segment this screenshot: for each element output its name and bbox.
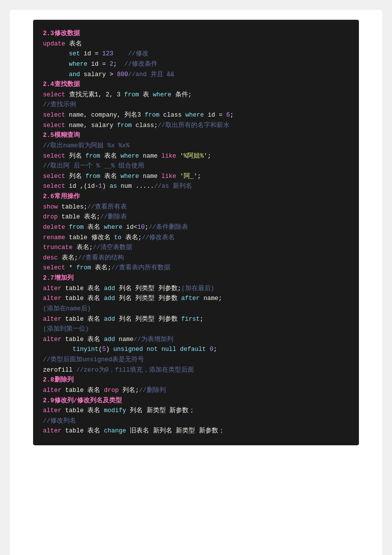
line-35: 2.8删除列 xyxy=(43,375,349,385)
line-39: //修改列名 xyxy=(43,416,349,427)
line-36: alter table 表名 drop 列名;//删除列 xyxy=(43,385,349,396)
line-11: 2.5模糊查询 xyxy=(43,130,349,141)
line-20: delete from 表名 where id<10;//条件删除表 xyxy=(43,222,349,233)
line-33: //类型后面加unsigned表是无符号 xyxy=(43,355,349,365)
line-15: select 列名 from 表名 where name like '阿_'; xyxy=(43,171,349,182)
line-13: select 列名 from 表名 where name like '%阿姐%'… xyxy=(43,151,349,162)
line-18: show tables;//查看所有表 xyxy=(43,202,349,213)
line-16: select id ,(id-1) as num .....//as 新列名 xyxy=(43,181,349,192)
line-3: set id = 123 //修改 xyxy=(43,49,349,59)
line-5: and salary > 800//and 并且 && xyxy=(43,70,349,80)
line-24: select * from 表名;//查看表内所有数据 xyxy=(43,263,349,273)
line-22: truncate 表名;//清空表数据 xyxy=(43,243,349,253)
line-31: alter table 表名 add name//为表增加列 xyxy=(43,335,349,345)
line-19: drop table 表名;//删除表 xyxy=(43,212,349,222)
line-28: (添加在name后) xyxy=(43,304,349,314)
code-block: 2.3修改数据 update 表名 set id = 123 //修改 wher… xyxy=(33,20,359,445)
line-37: 2.9修改列/修改列名及类型 xyxy=(43,396,349,406)
line-12: //取出name前为阿姐 %x %x% xyxy=(43,141,349,151)
line-29: alter table 表名 add 列名 列类型 列参数 first; xyxy=(43,314,349,325)
line-8: //查找示例 xyxy=(43,100,349,110)
line-2: update 表名 xyxy=(43,39,349,49)
line-23: desc 表名;//查看表的结构 xyxy=(43,253,349,263)
line-40: alter table 表名 change 旧表名 新列名 新类型 新参数； xyxy=(43,426,349,436)
line-1: 2.3修改数据 xyxy=(43,29,349,39)
line-6: 2.4查找数据 xyxy=(43,80,349,90)
line-25: 2.7增加列 xyxy=(43,273,349,284)
line-38: alter table 表名 modify 列名 新类型 新参数； xyxy=(43,406,349,416)
line-17: 2.6常用操作 xyxy=(43,192,349,202)
line-14: //取出阿 后一个 % __% 组合使用 xyxy=(43,161,349,171)
line-26: alter table 表名 add 列名 列类型 列参数;(加在最后) xyxy=(43,284,349,294)
line-4: where id = 2; //修改条件 xyxy=(43,59,349,70)
line-21: rename table 修改名 to 表名;//修改表名 xyxy=(43,233,349,243)
line-32: tinyint(5) unsigned not null default 0; xyxy=(43,344,349,355)
line-30: (添加到第一位) xyxy=(43,324,349,335)
line-9: select name, company, 列名3 from class whe… xyxy=(43,110,349,121)
line-10: select name, salary from class;//取出所有的名字… xyxy=(43,121,349,131)
page: 2.3修改数据 update 表名 set id = 123 //修改 wher… xyxy=(10,10,382,555)
line-27: alter table 表名 add 列名 列类型 列参数 after name… xyxy=(43,294,349,304)
line-7: select 查找元素1, 2, 3 from 表 where 条件; xyxy=(43,90,349,100)
line-34: zerofill //zero为0，fill填充，添加在类型后面 xyxy=(43,365,349,376)
